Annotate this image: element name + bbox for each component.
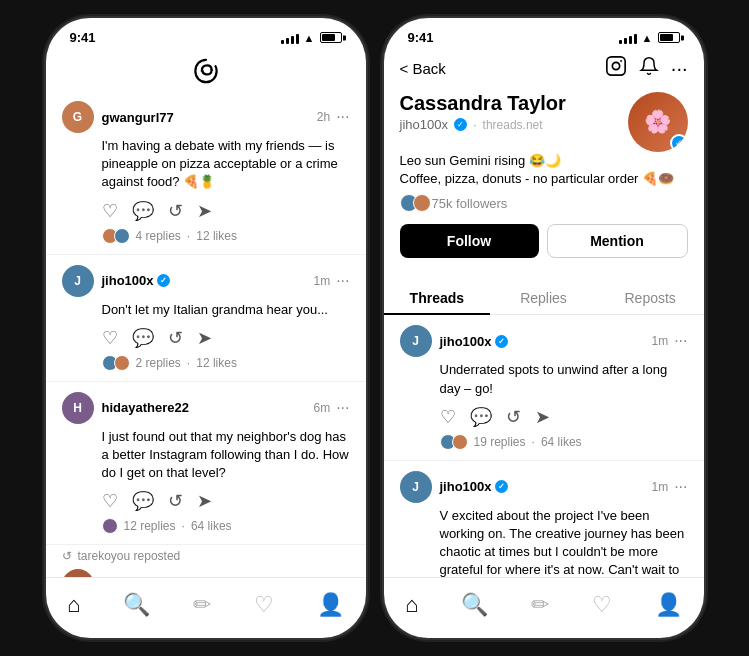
share-icon-3[interactable]: ➤ [197, 490, 212, 512]
like-icon-3[interactable]: ♡ [102, 490, 118, 512]
post-3-more[interactable]: ··· [336, 399, 349, 417]
profile-post-2-more[interactable]: ··· [674, 478, 687, 496]
post-3-text: I just found out that my neighbor's dog … [62, 428, 350, 483]
post-3-user: H hidayathere22 [62, 392, 189, 424]
instagram-icon[interactable] [605, 55, 627, 82]
nav-heart-1[interactable]: ♡ [246, 588, 282, 622]
status-bar-2: 9:41 ▲ [384, 18, 704, 49]
post-4-header: A aimi.allover 2h ··· [62, 569, 350, 577]
phone-profile: 9:41 ▲ < Back [384, 18, 704, 638]
nav-search-1[interactable]: 🔍 [115, 588, 158, 622]
post-3-username: hidayathere22 [102, 400, 189, 415]
post-1-header: G gwangurl77 2h ··· [62, 101, 350, 133]
signal-bars-1 [281, 32, 299, 44]
nav-search-2[interactable]: 🔍 [453, 588, 496, 622]
svg-point-0 [210, 69, 212, 71]
profile-name: Cassandra Taylor [400, 92, 566, 115]
comment-icon-1[interactable]: 💬 [132, 200, 154, 222]
profile-post-1-more[interactable]: ··· [674, 332, 687, 350]
share-icon-1[interactable]: ➤ [197, 200, 212, 222]
follower-avatar-2 [413, 194, 431, 212]
post-2-more[interactable]: ··· [336, 272, 349, 290]
header-icons: ··· [605, 55, 688, 82]
profile-post-1-avatar: J [400, 325, 432, 357]
signal-bars-2 [619, 32, 637, 44]
profile-post-1-header: J jiho100x ✓ 1m ··· [400, 325, 688, 357]
more-icon[interactable]: ··· [671, 57, 688, 80]
profile-avatar: 🌸 ✓ [628, 92, 688, 152]
post-2-text: Don't let my Italian grandma hear you... [62, 301, 350, 319]
phone-content-1: G gwangurl77 2h ··· I'm having [46, 49, 366, 638]
signal-bar-2 [286, 38, 289, 44]
tab-reposts[interactable]: Reposts [597, 282, 704, 314]
nav-profile-1[interactable]: 👤 [309, 588, 352, 622]
nav-compose-2[interactable]: ✏ [523, 588, 557, 622]
follow-button[interactable]: Follow [400, 224, 539, 258]
mention-button[interactable]: Mention [547, 224, 688, 258]
p-stat-avatar-1b [452, 434, 468, 450]
post-2: J jiho100x ✓ 1m ··· Don't let my Italian… [46, 255, 366, 382]
threads-logo-svg [192, 57, 220, 85]
post-3: H hidayathere22 6m ··· I just found out … [46, 382, 366, 546]
tab-threads[interactable]: Threads [384, 282, 491, 314]
repost-icon-2[interactable]: ↺ [168, 327, 183, 349]
nav-profile-2[interactable]: 👤 [647, 588, 690, 622]
post-2-username: jiho100x ✓ [102, 273, 170, 288]
post-1-avatar: G [62, 101, 94, 133]
profile-avatar-verified: ✓ [670, 134, 688, 152]
profile-post-2-text: V excited about the project I've been wo… [400, 507, 688, 577]
comment-icon-2[interactable]: 💬 [132, 327, 154, 349]
wifi-icon-2: ▲ [642, 32, 653, 44]
like-icon-1[interactable]: ♡ [102, 200, 118, 222]
back-button[interactable]: < Back [400, 60, 446, 77]
profile-post-1-username: jiho100x ✓ [440, 334, 508, 349]
nav-compose-1[interactable]: ✏ [185, 588, 219, 622]
repost-icon-p1[interactable]: ↺ [506, 406, 521, 428]
svg-rect-1 [607, 57, 625, 75]
repost-indicator: ↺ tarekoyou reposted [46, 545, 366, 565]
scene: 9:41 ▲ [0, 0, 749, 656]
phone-feed: 9:41 ▲ [46, 18, 366, 638]
battery-fill-1 [322, 34, 336, 41]
nav-home-1[interactable]: ⌂ [59, 588, 88, 622]
repost-icon-indicator: ↺ [62, 549, 72, 563]
profile-actions: Follow Mention [400, 224, 688, 258]
profile-tabs: Threads Replies Reposts [384, 282, 704, 315]
post-1-stats: 4 replies · 12 likes [62, 228, 350, 244]
svg-point-3 [620, 60, 622, 62]
profile-post-2-avatar: J [400, 471, 432, 503]
share-icon-2[interactable]: ➤ [197, 327, 212, 349]
comment-icon-p1[interactable]: 💬 [470, 406, 492, 428]
post-2-stat-avatars [102, 355, 126, 371]
battery-icon-1 [320, 32, 342, 43]
notification-icon[interactable] [639, 56, 659, 81]
status-icons-1: ▲ [281, 32, 342, 44]
profile-post-2-verified: ✓ [495, 480, 508, 493]
post-2-verified: ✓ [157, 274, 170, 287]
follower-avatars [400, 194, 426, 212]
stat-avatar-3a [102, 518, 118, 534]
share-icon-p1[interactable]: ➤ [535, 406, 550, 428]
repost-icon-1[interactable]: ↺ [168, 200, 183, 222]
post-2-stats: 2 replies · 12 likes [62, 355, 350, 371]
comment-icon-3[interactable]: 💬 [132, 490, 154, 512]
nav-heart-2[interactable]: ♡ [584, 588, 620, 622]
profile-header-bar: < Back ··· [384, 49, 704, 88]
post-1-more[interactable]: ··· [336, 108, 349, 126]
post-3-header: H hidayathere22 6m ··· [62, 392, 350, 424]
like-icon-2[interactable]: ♡ [102, 327, 118, 349]
profile-post-1-text: Underrated spots to unwind after a long … [400, 361, 688, 397]
profile-handle-row: jiho100x ✓ · threads.net [400, 117, 566, 132]
post-3-actions: ♡ 💬 ↺ ➤ [62, 490, 350, 512]
like-icon-p1[interactable]: ♡ [440, 406, 456, 428]
profile-verified: ✓ [454, 118, 467, 131]
signal-bar-2-2 [624, 38, 627, 44]
nav-home-2[interactable]: ⌂ [397, 588, 426, 622]
profile-post-1-meta: 1m ··· [651, 332, 687, 350]
repost-icon-3[interactable]: ↺ [168, 490, 183, 512]
phone-content-2: < Back ··· [384, 49, 704, 638]
post-1-username: gwangurl77 [102, 110, 174, 125]
profile-post-2-meta: 1m ··· [651, 478, 687, 496]
tab-replies[interactable]: Replies [490, 282, 597, 314]
profile-post-1-user: J jiho100x ✓ [400, 325, 508, 357]
